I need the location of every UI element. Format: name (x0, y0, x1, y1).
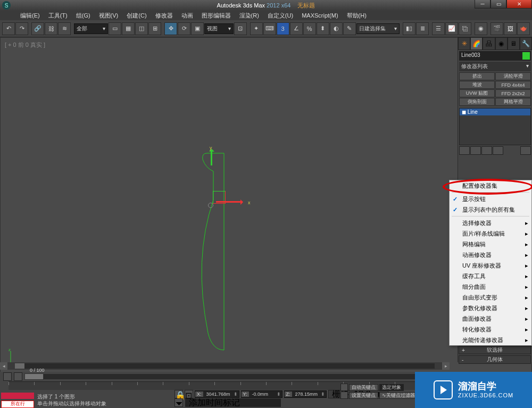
time-config-button[interactable] (3, 372, 12, 381)
time-tag-button[interactable] (14, 372, 22, 381)
named-selection-set[interactable]: 日建选择集▾ (356, 23, 400, 34)
render-button[interactable]: 🫖 (517, 22, 530, 35)
menu-grapheditors[interactable]: 图形编辑器 (197, 12, 235, 20)
layers-button[interactable]: ☰ (432, 22, 445, 35)
modify-tab[interactable]: 🌈 (470, 37, 483, 50)
manipulate-button[interactable]: ✦ (250, 22, 263, 35)
menu-views[interactable]: 视图(V) (95, 12, 123, 20)
menu-subdiv-surfaces[interactable]: 细分曲面 (450, 281, 531, 292)
configure-modifier-sets-button[interactable] (520, 146, 531, 155)
rollout-softsel[interactable]: +软选择 (459, 346, 531, 354)
select-button[interactable]: ▭ (109, 22, 121, 35)
ref-coord-system[interactable]: 视图▾ (204, 23, 233, 34)
mod-turbosmooth[interactable]: 涡轮平滑 (495, 72, 531, 80)
mod-wave[interactable]: 堆波 (459, 81, 495, 89)
select-name-button[interactable]: ▦ (122, 22, 135, 35)
material-editor-button[interactable]: ◉ (475, 22, 487, 35)
bind-space-button[interactable]: ≋ (58, 22, 71, 35)
edged-faces-button[interactable]: ◐ (330, 22, 343, 35)
show-end-result-button[interactable] (470, 146, 481, 155)
object-color-swatch[interactable] (522, 52, 530, 60)
hscroll-thumb[interactable] (15, 363, 24, 369)
menu-create[interactable]: 创建(C) (122, 12, 151, 20)
render-setup-button[interactable]: 🎬 (491, 22, 503, 35)
spinner-snap-button[interactable]: ⬍ (317, 22, 329, 35)
viewport-hscroll[interactable]: ◂ ▸ (0, 362, 450, 370)
angle-snap-button[interactable]: ∠ (290, 22, 303, 35)
select-region-button[interactable]: ◫ (135, 22, 148, 35)
rotate-button[interactable]: ⟳ (178, 22, 190, 35)
menu-edit[interactable]: 编辑(E) (16, 12, 44, 20)
mod-uvwmap[interactable]: UVW 贴图 (459, 89, 495, 97)
modifier-list-dropdown[interactable]: 修改器列表▾ (459, 62, 531, 71)
unlink-button[interactable]: ⛓ (45, 22, 57, 35)
move-button[interactable]: ✥ (164, 22, 177, 35)
menu-animation-mods[interactable]: 动画修改器 (450, 249, 531, 260)
app-icon[interactable]: S (2, 1, 11, 10)
undo-button[interactable]: ↶ (2, 22, 15, 35)
y-coord-field[interactable]: Y:-0.0mm⬍ (241, 390, 282, 398)
key-filters-button[interactable]: ∿ 关键点过滤器 (379, 392, 418, 399)
menu-cache-tools[interactable]: 缓存工具 (450, 271, 531, 281)
mod-extrude[interactable]: 挤出 (459, 72, 495, 80)
menu-group[interactable]: 组(G) (72, 12, 95, 20)
stack-item-line[interactable]: ◼ Line (460, 109, 530, 115)
curve-editor-button[interactable]: 📈 (445, 22, 458, 35)
menu-radiosity-mods[interactable]: 光能传递修改器 (450, 335, 531, 345)
make-unique-button[interactable] (481, 146, 492, 155)
menu-maxscript[interactable]: MAXScript(M) (297, 12, 342, 19)
hscroll-left-button[interactable]: ◂ (0, 362, 7, 370)
remove-modifier-button[interactable] (493, 146, 503, 155)
menu-conversion-mods[interactable]: 转化修改器 (450, 324, 531, 335)
lock-selection-button[interactable]: 🔒 (174, 390, 183, 398)
minimize-button[interactable]: ─ (475, 0, 491, 9)
snap-toggle[interactable]: 3 (277, 22, 289, 35)
percent-snap-button[interactable]: % (303, 22, 316, 35)
set-key-button[interactable]: 设置关键点 (349, 392, 378, 399)
menu-animation[interactable]: 动画 (177, 12, 197, 20)
motion-tab[interactable]: ◉ (495, 37, 508, 50)
hscroll-right-button[interactable]: ▸ (442, 362, 450, 370)
menu-config-mod-sets[interactable]: 配置修改器集 (450, 180, 531, 191)
time-slider-thumb[interactable] (24, 373, 44, 380)
close-button[interactable]: ✕ (506, 0, 532, 9)
link-button[interactable]: 🔗 (31, 22, 44, 35)
scale-button[interactable]: ▣ (191, 22, 204, 35)
viewport-label[interactable]: [ + 0 前 0 真实 ] (5, 41, 45, 49)
window-crossing-button[interactable]: ⊞ (148, 22, 161, 35)
menu-uv-mods[interactable]: UV 座标修改器 (450, 260, 531, 271)
auto-key-button[interactable]: 自动关键点 (349, 384, 378, 391)
menu-selection-mods[interactable]: 选择修改器 (450, 218, 531, 228)
create-tab[interactable]: ✳ (458, 37, 470, 50)
maximize-button[interactable]: ▭ (491, 0, 506, 9)
menu-rendering[interactable]: 渲染(R) (235, 12, 263, 20)
mirror-button[interactable]: ▮▯ (403, 22, 415, 35)
utilities-tab[interactable]: 🔧 (520, 37, 532, 50)
edit-named-sel-button[interactable]: ✎ (343, 22, 356, 35)
selection-filter[interactable]: 全部▾ (74, 23, 108, 34)
add-time-tag[interactable]: 添加时间标记 (185, 398, 281, 407)
mod-ffd222[interactable]: FFD 2x2x2 (495, 89, 531, 97)
menu-customize[interactable]: 自定义(U) (263, 12, 297, 20)
modifier-stack[interactable]: ◼ Line (459, 108, 531, 145)
menu-help[interactable]: 帮助(H) (343, 12, 371, 20)
object-name-field[interactable]: Line003 (459, 51, 531, 61)
menu-freeform-deform[interactable]: 自由形式变形 (450, 292, 531, 303)
rollout-geometry[interactable]: -几何体 (459, 355, 531, 364)
pin-stack-button[interactable] (459, 146, 470, 155)
pivot-center-button[interactable]: ⊡ (234, 22, 247, 35)
mod-ffd444[interactable]: FFD 4x4x4 (495, 81, 531, 89)
script-mini-listener-top[interactable] (1, 393, 34, 399)
hierarchy-tab[interactable]: 品 (483, 37, 495, 50)
z-coord-field[interactable]: Z:278.15mm⬍ (284, 390, 327, 398)
menu-show-all-sets[interactable]: ✓显示列表中的所有集 (450, 204, 531, 215)
menu-parametric-mods[interactable]: 参数化修改器 (450, 303, 531, 313)
mod-bevelprofile[interactable]: 倒角剖面 (459, 98, 495, 106)
menu-surface-mods[interactable]: 曲面修改器 (450, 313, 531, 324)
script-mini-listener[interactable]: 所在行 (1, 401, 34, 408)
rendered-frame-button[interactable]: 🖼 (504, 22, 517, 35)
time-tag-icon[interactable]: ⏷ (174, 398, 183, 407)
menu-patch-spline[interactable]: 面片/样条线编辑 (450, 228, 531, 239)
display-tab[interactable]: 🖥 (508, 37, 520, 50)
selected-obj-combo[interactable]: 选定对象 (379, 384, 404, 391)
